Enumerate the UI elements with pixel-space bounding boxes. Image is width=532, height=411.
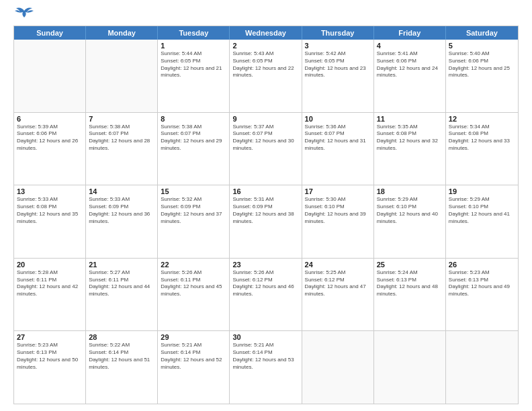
calendar-cell: 6Sunrise: 5:39 AM Sunset: 6:06 PM Daylig… <box>14 113 86 185</box>
day-info: Sunrise: 5:22 AM Sunset: 6:14 PM Dayligh… <box>89 342 154 371</box>
day-info: Sunrise: 5:29 AM Sunset: 6:10 PM Dayligh… <box>377 196 443 225</box>
day-info: Sunrise: 5:42 AM Sunset: 6:05 PM Dayligh… <box>305 50 371 79</box>
day-number: 18 <box>377 187 443 195</box>
calendar-cell: 22Sunrise: 5:26 AM Sunset: 6:11 PM Dayli… <box>158 259 230 331</box>
day-info: Sunrise: 5:28 AM Sunset: 6:11 PM Dayligh… <box>17 269 83 298</box>
calendar-header: SundayMondayTuesdayWednesdayThursdayFrid… <box>14 26 518 40</box>
calendar-cell: 26Sunrise: 5:23 AM Sunset: 6:13 PM Dayli… <box>446 259 518 331</box>
day-info: Sunrise: 5:38 AM Sunset: 6:07 PM Dayligh… <box>161 124 226 152</box>
calendar-cell: 3Sunrise: 5:42 AM Sunset: 6:05 PM Daylig… <box>302 40 374 112</box>
header-day-thursday: Thursday <box>302 26 374 40</box>
calendar-cell: 13Sunrise: 5:33 AM Sunset: 6:08 PM Dayli… <box>14 185 86 258</box>
day-info: Sunrise: 5:38 AM Sunset: 6:07 PM Dayligh… <box>89 124 154 152</box>
day-number: 20 <box>17 261 83 269</box>
calendar-cell: 11Sunrise: 5:35 AM Sunset: 6:08 PM Dayli… <box>374 113 446 185</box>
calendar-cell <box>374 331 446 404</box>
logo-bird-icon <box>15 5 34 19</box>
calendar-cell: 17Sunrise: 5:30 AM Sunset: 6:10 PM Dayli… <box>302 185 374 258</box>
calendar-cell <box>302 331 374 404</box>
day-number: 17 <box>305 187 371 195</box>
calendar-cell: 20Sunrise: 5:28 AM Sunset: 6:11 PM Dayli… <box>14 259 86 331</box>
calendar-body: 1Sunrise: 5:44 AM Sunset: 6:05 PM Daylig… <box>14 40 518 404</box>
header <box>13 11 519 19</box>
day-number: 8 <box>161 115 226 123</box>
day-number: 15 <box>161 187 226 195</box>
calendar-cell: 15Sunrise: 5:32 AM Sunset: 6:09 PM Dayli… <box>158 185 230 258</box>
day-number: 30 <box>232 333 298 341</box>
calendar-cell: 10Sunrise: 5:36 AM Sunset: 6:07 PM Dayli… <box>302 113 374 185</box>
day-info: Sunrise: 5:36 AM Sunset: 6:07 PM Dayligh… <box>305 124 371 152</box>
calendar-row-1: 1Sunrise: 5:44 AM Sunset: 6:05 PM Daylig… <box>14 40 518 112</box>
calendar-cell: 9Sunrise: 5:37 AM Sunset: 6:07 PM Daylig… <box>230 113 302 185</box>
day-number: 19 <box>449 187 515 195</box>
day-info: Sunrise: 5:33 AM Sunset: 6:08 PM Dayligh… <box>17 196 83 225</box>
day-number: 23 <box>232 261 298 269</box>
calendar-cell: 23Sunrise: 5:26 AM Sunset: 6:12 PM Dayli… <box>230 259 302 331</box>
day-info: Sunrise: 5:39 AM Sunset: 6:06 PM Dayligh… <box>17 124 83 152</box>
calendar-cell <box>86 40 158 112</box>
day-info: Sunrise: 5:31 AM Sunset: 6:09 PM Dayligh… <box>232 196 298 225</box>
day-info: Sunrise: 5:32 AM Sunset: 6:09 PM Dayligh… <box>161 196 226 225</box>
day-info: Sunrise: 5:26 AM Sunset: 6:12 PM Dayligh… <box>232 269 298 298</box>
day-info: Sunrise: 5:41 AM Sunset: 6:06 PM Dayligh… <box>377 50 443 79</box>
calendar-cell: 16Sunrise: 5:31 AM Sunset: 6:09 PM Dayli… <box>230 185 302 258</box>
header-day-saturday: Saturday <box>446 26 518 40</box>
day-number: 16 <box>232 187 298 195</box>
day-number: 21 <box>89 261 154 269</box>
day-number: 1 <box>161 42 226 50</box>
day-info: Sunrise: 5:33 AM Sunset: 6:09 PM Dayligh… <box>89 196 154 225</box>
day-number: 13 <box>17 187 83 195</box>
page: SundayMondayTuesdayWednesdayThursdayFrid… <box>0 0 532 411</box>
day-number: 7 <box>89 115 154 123</box>
header-day-sunday: Sunday <box>14 26 86 40</box>
calendar-cell: 25Sunrise: 5:24 AM Sunset: 6:13 PM Dayli… <box>374 259 446 331</box>
calendar-row-4: 20Sunrise: 5:28 AM Sunset: 6:11 PM Dayli… <box>14 258 518 331</box>
day-number: 9 <box>232 115 298 123</box>
calendar-cell: 8Sunrise: 5:38 AM Sunset: 6:07 PM Daylig… <box>158 113 230 185</box>
header-day-tuesday: Tuesday <box>158 26 230 40</box>
calendar-cell: 18Sunrise: 5:29 AM Sunset: 6:10 PM Dayli… <box>374 185 446 258</box>
calendar-cell: 7Sunrise: 5:38 AM Sunset: 6:07 PM Daylig… <box>86 113 158 185</box>
calendar-cell: 29Sunrise: 5:21 AM Sunset: 6:14 PM Dayli… <box>158 331 230 404</box>
day-info: Sunrise: 5:40 AM Sunset: 6:06 PM Dayligh… <box>449 50 515 79</box>
day-info: Sunrise: 5:29 AM Sunset: 6:10 PM Dayligh… <box>449 196 515 225</box>
calendar-row-5: 27Sunrise: 5:23 AM Sunset: 6:13 PM Dayli… <box>14 330 518 404</box>
calendar-cell: 19Sunrise: 5:29 AM Sunset: 6:10 PM Dayli… <box>446 185 518 258</box>
calendar-cell: 4Sunrise: 5:41 AM Sunset: 6:06 PM Daylig… <box>374 40 446 112</box>
day-info: Sunrise: 5:37 AM Sunset: 6:07 PM Dayligh… <box>232 124 298 152</box>
day-number: 26 <box>449 261 515 269</box>
day-number: 25 <box>377 261 443 269</box>
day-number: 29 <box>161 333 226 341</box>
calendar-cell: 27Sunrise: 5:23 AM Sunset: 6:13 PM Dayli… <box>14 331 86 404</box>
day-info: Sunrise: 5:23 AM Sunset: 6:13 PM Dayligh… <box>17 342 83 371</box>
day-number: 11 <box>377 115 443 123</box>
header-day-monday: Monday <box>86 26 158 40</box>
day-number: 27 <box>17 333 83 341</box>
day-number: 6 <box>17 115 83 123</box>
day-number: 22 <box>161 261 226 269</box>
day-info: Sunrise: 5:27 AM Sunset: 6:11 PM Dayligh… <box>89 269 154 298</box>
day-info: Sunrise: 5:26 AM Sunset: 6:11 PM Dayligh… <box>161 269 226 298</box>
day-info: Sunrise: 5:21 AM Sunset: 6:14 PM Dayligh… <box>232 342 298 371</box>
day-number: 28 <box>89 333 154 341</box>
day-number: 10 <box>305 115 371 123</box>
calendar-row-3: 13Sunrise: 5:33 AM Sunset: 6:08 PM Dayli… <box>14 185 518 258</box>
calendar-cell: 1Sunrise: 5:44 AM Sunset: 6:05 PM Daylig… <box>158 40 230 112</box>
day-number: 14 <box>89 187 154 195</box>
day-info: Sunrise: 5:21 AM Sunset: 6:14 PM Dayligh… <box>161 342 226 371</box>
calendar-cell: 5Sunrise: 5:40 AM Sunset: 6:06 PM Daylig… <box>446 40 518 112</box>
logo <box>13 11 34 19</box>
calendar-cell: 21Sunrise: 5:27 AM Sunset: 6:11 PM Dayli… <box>86 259 158 331</box>
calendar-cell: 14Sunrise: 5:33 AM Sunset: 6:09 PM Dayli… <box>86 185 158 258</box>
day-number: 3 <box>305 42 371 50</box>
calendar-cell: 28Sunrise: 5:22 AM Sunset: 6:14 PM Dayli… <box>86 331 158 404</box>
day-info: Sunrise: 5:25 AM Sunset: 6:12 PM Dayligh… <box>305 269 371 298</box>
calendar-cell <box>14 40 86 112</box>
calendar-cell: 2Sunrise: 5:43 AM Sunset: 6:05 PM Daylig… <box>230 40 302 112</box>
day-info: Sunrise: 5:35 AM Sunset: 6:08 PM Dayligh… <box>377 124 443 152</box>
day-number: 4 <box>377 42 443 50</box>
day-info: Sunrise: 5:44 AM Sunset: 6:05 PM Dayligh… <box>161 50 226 79</box>
calendar-cell: 12Sunrise: 5:34 AM Sunset: 6:08 PM Dayli… <box>446 113 518 185</box>
day-info: Sunrise: 5:30 AM Sunset: 6:10 PM Dayligh… <box>305 196 371 225</box>
day-number: 12 <box>449 115 515 123</box>
